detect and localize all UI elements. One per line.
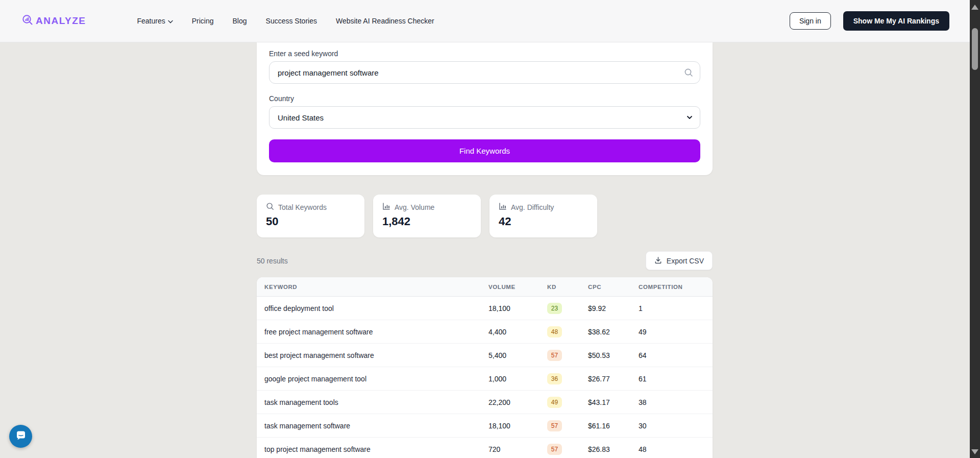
results-bar: 50 results Export CSV — [257, 251, 713, 270]
kd-badge: 57 — [547, 350, 562, 361]
ai-rankings-cta-button[interactable]: Show Me My AI Rankings — [843, 11, 949, 31]
cell-keyword: free project management software — [264, 328, 488, 336]
nav-item-blog[interactable]: Blog — [233, 17, 247, 25]
cell-keyword: office deployment tool — [264, 304, 488, 312]
country-label: Country — [269, 94, 700, 103]
cell-kd: 57 — [547, 420, 588, 431]
cell-competition: 64 — [639, 351, 705, 359]
results-count: 50 results — [257, 257, 288, 265]
cell-competition: 1 — [639, 304, 705, 312]
cell-volume: 5,400 — [488, 351, 547, 359]
cell-cpc: $50.53 — [588, 351, 639, 359]
table-row[interactable]: free project management software4,40048$… — [257, 320, 713, 344]
cell-kd: 57 — [547, 444, 588, 455]
cell-keyword: google project management tool — [264, 375, 488, 383]
table-row[interactable]: top project management software72057$26.… — [257, 438, 713, 458]
stat-label: Avg. Volume — [395, 203, 434, 211]
chevron-down-icon — [168, 17, 173, 25]
logo-text: ANALYZE — [36, 15, 86, 27]
nav-item-ai-readiness-checker[interactable]: Website AI Readiness Checker — [336, 17, 434, 25]
cell-competition: 30 — [639, 422, 705, 430]
bar-chart-icon — [499, 202, 507, 212]
table-body: office deployment tool18,10023$9.921free… — [257, 297, 713, 458]
cell-volume: 1,000 — [488, 375, 547, 383]
kd-badge: 36 — [547, 373, 562, 384]
cell-kd: 48 — [547, 326, 588, 338]
seed-keyword-input-wrap — [269, 61, 700, 84]
stat-value: 50 — [266, 215, 355, 228]
logo[interactable]: ANALYZE — [21, 14, 86, 28]
cell-cpc: $9.92 — [588, 304, 639, 312]
cell-competition: 38 — [639, 398, 705, 406]
export-csv-button[interactable]: Export CSV — [646, 251, 713, 270]
cell-keyword: best project management software — [264, 351, 488, 359]
column-header-volume: VOLUME — [488, 284, 547, 290]
table-row[interactable]: google project management tool1,00036$26… — [257, 367, 713, 391]
kd-badge: 57 — [547, 444, 562, 455]
nav-item-features[interactable]: Features — [137, 17, 173, 25]
cell-cpc: $38.62 — [588, 328, 639, 336]
cell-competition: 49 — [639, 328, 705, 336]
cell-volume: 22,200 — [488, 398, 547, 406]
cell-cpc: $26.83 — [588, 445, 639, 453]
seed-keyword-input[interactable] — [269, 61, 700, 84]
logo-magnifier-chart-icon — [21, 14, 34, 28]
cell-kd: 23 — [547, 303, 588, 314]
keywords-table: KEYWORD VOLUME KD CPC COMPETITION office… — [257, 277, 713, 458]
chat-bubble-icon — [15, 429, 27, 444]
download-icon — [654, 256, 662, 266]
scrollbar-thumb[interactable] — [972, 28, 978, 70]
stat-card-total-keywords: Total Keywords 50 — [257, 195, 364, 237]
scrollbar-up-arrow-icon[interactable] — [971, 5, 978, 10]
cell-cpc: $61.16 — [588, 422, 639, 430]
table-header-row: KEYWORD VOLUME KD CPC COMPETITION — [257, 277, 713, 297]
nav-item-pricing[interactable]: Pricing — [192, 17, 214, 25]
stat-value: 42 — [499, 215, 588, 228]
column-header-competition: COMPETITION — [639, 284, 705, 290]
bar-chart-icon — [382, 202, 390, 212]
stat-card-avg-volume: Avg. Volume 1,842 — [373, 195, 481, 237]
export-csv-label: Export CSV — [667, 257, 704, 265]
seed-keyword-label: Enter a seed keyword — [269, 50, 700, 58]
search-icon — [684, 68, 693, 79]
column-header-keyword: KEYWORD — [264, 284, 488, 290]
keyword-search-card: Enter a seed keyword Country United Stat… — [257, 42, 713, 175]
kd-badge: 23 — [547, 303, 562, 314]
cell-volume: 18,100 — [488, 422, 547, 430]
kd-badge: 48 — [547, 326, 562, 338]
stat-value: 1,842 — [382, 215, 472, 228]
cell-kd: 57 — [547, 350, 588, 361]
table-row[interactable]: task management tools22,20049$43.1738 — [257, 391, 713, 414]
search-icon — [266, 202, 274, 212]
scrollbar[interactable] — [970, 0, 980, 458]
cell-keyword: task management tools — [264, 398, 488, 406]
country-selected-value: United States — [278, 113, 324, 122]
cell-kd: 36 — [547, 373, 588, 384]
table-row[interactable]: best project management software5,40057$… — [257, 344, 713, 367]
main-content: Enter a seed keyword Country United Stat… — [257, 42, 713, 458]
cell-volume: 720 — [488, 445, 547, 453]
nav-item-success-stories[interactable]: Success Stories — [266, 17, 317, 25]
cell-volume: 4,400 — [488, 328, 547, 336]
chat-launcher-button[interactable] — [9, 425, 32, 448]
country-select[interactable]: United States — [269, 106, 700, 129]
find-keywords-button[interactable]: Find Keywords — [269, 139, 700, 162]
table-row[interactable]: task management software18,10057$61.1630 — [257, 414, 713, 438]
kd-badge: 49 — [547, 397, 562, 408]
nav-actions: Sign in Show Me My AI Rankings — [790, 11, 949, 31]
chevron-down-icon — [686, 114, 693, 123]
nav-links: Features Pricing Blog Success Stories We… — [137, 17, 434, 25]
sign-in-button[interactable]: Sign in — [790, 12, 831, 30]
stat-label: Avg. Difficulty — [511, 203, 554, 211]
page: ANALYZE Features Pricing Blog Success St… — [0, 0, 970, 458]
column-header-cpc: CPC — [588, 284, 639, 290]
cell-kd: 49 — [547, 397, 588, 408]
column-header-kd: KD — [547, 284, 588, 290]
table-row[interactable]: office deployment tool18,10023$9.921 — [257, 297, 713, 320]
scrollbar-down-arrow-icon[interactable] — [971, 449, 978, 454]
nav-item-features-label: Features — [137, 17, 165, 25]
kd-badge: 57 — [547, 420, 562, 431]
stats-row: Total Keywords 50 Avg. Volume — [257, 195, 713, 237]
stat-card-avg-difficulty: Avg. Difficulty 42 — [489, 195, 597, 237]
cell-keyword: top project management software — [264, 445, 488, 453]
